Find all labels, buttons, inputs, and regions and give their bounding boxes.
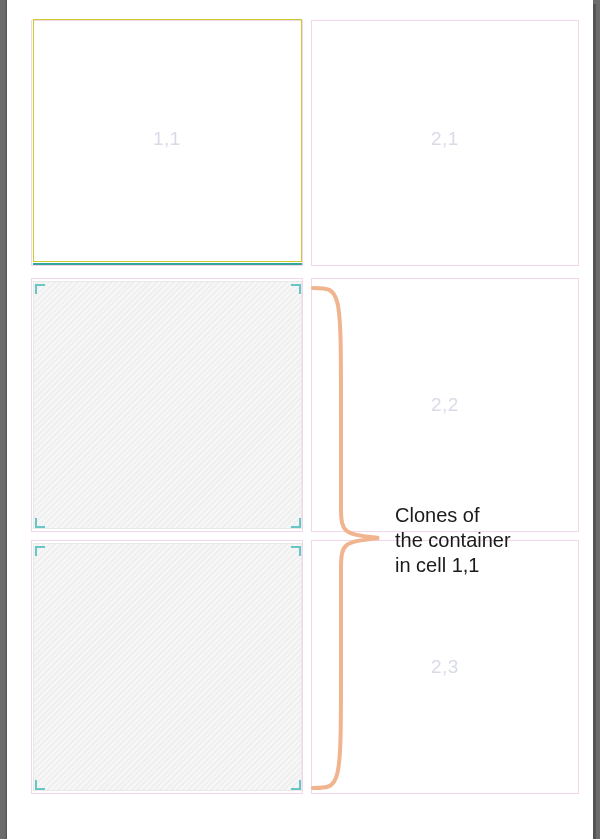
annotation-text: Clones of the container in cell 1,1 (395, 503, 511, 578)
annotation-line: Clones of (395, 503, 511, 528)
annotation-line: the container (395, 528, 511, 553)
cell-label-1-1: 1,1 (153, 128, 181, 150)
clone-box-1-3[interactable] (33, 543, 302, 791)
clone-box-1-2[interactable] (33, 281, 302, 529)
annotation-line: in cell 1,1 (395, 553, 511, 578)
cell-label-2-2: 2,2 (431, 394, 459, 416)
cell-label-2-1: 2,1 (431, 128, 459, 150)
selection-baseline (33, 263, 302, 265)
cell-label-2-3: 2,3 (431, 656, 459, 678)
document-canvas[interactable]: 1,1 2,1 2,2 2,3 Clones of the container … (7, 0, 593, 839)
